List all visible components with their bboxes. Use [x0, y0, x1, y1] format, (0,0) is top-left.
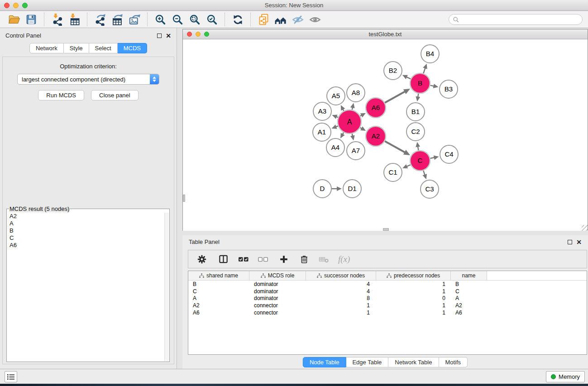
close-panel-icon[interactable]: ✕	[166, 33, 171, 38]
main-titlebar: Session: New Session	[0, 0, 588, 11]
graph-node-D[interactable]: D	[313, 180, 331, 198]
graph-node-B[interactable]: B	[410, 73, 430, 93]
delete-column-button[interactable]	[299, 254, 309, 264]
first-neighbors-button[interactable]	[274, 13, 287, 26]
network-minimize-button[interactable]	[196, 32, 201, 37]
hierarchy-icon	[261, 273, 266, 278]
hide-selected-button[interactable]	[291, 13, 305, 26]
table-row[interactable]: Bdominator 41 B	[188, 281, 587, 288]
import-network-button[interactable]	[50, 13, 64, 26]
tab-network[interactable]: Network	[29, 43, 64, 53]
float-table-panel-icon[interactable]	[568, 240, 572, 244]
graph-node-C1[interactable]: C1	[384, 163, 402, 181]
close-panel-button[interactable]: Close panel	[91, 90, 139, 100]
graph-node-B3[interactable]: B3	[440, 80, 458, 98]
table-row[interactable]: A6connector 11 A6	[188, 309, 587, 316]
tab-select[interactable]: Select	[89, 43, 118, 53]
resize-grip[interactable]	[582, 225, 588, 231]
graph-node-A8[interactable]: A8	[347, 84, 365, 102]
show-column-button[interactable]	[218, 254, 229, 264]
tab-motifs[interactable]: Motifs	[439, 357, 468, 367]
status-bar: Memory	[0, 369, 588, 384]
graph-node-C[interactable]: C	[410, 151, 430, 171]
tab-edge-table[interactable]: Edge Table	[346, 357, 388, 367]
task-history-button[interactable]	[5, 371, 17, 382]
function-builder-button-disabled: f(x)	[338, 254, 350, 264]
result-scrollbar[interactable]	[164, 213, 169, 361]
graph-node-A2[interactable]: A2	[366, 126, 386, 146]
table-settings-button[interactable]	[197, 254, 207, 264]
refresh-icon	[232, 14, 244, 26]
graph-node-B4[interactable]: B4	[421, 45, 439, 63]
tab-style[interactable]: Style	[64, 43, 89, 53]
import-table-button[interactable]	[67, 13, 81, 26]
graph-node-A5[interactable]: A5	[327, 87, 345, 105]
import-table-icon	[68, 14, 81, 26]
graph-node-D1[interactable]: D1	[343, 180, 361, 198]
control-panel: Control Panel ✕ Network Style Select MCD…	[0, 28, 177, 369]
zoom-window-button[interactable]	[22, 3, 28, 8]
import-network-icon	[51, 14, 63, 26]
graph-node-A1[interactable]: A1	[313, 123, 331, 141]
memory-button[interactable]: Memory	[546, 371, 585, 382]
close-window-button[interactable]	[4, 3, 10, 8]
graph-node-A[interactable]: A	[338, 110, 361, 133]
tab-mcds[interactable]: MCDS	[118, 43, 147, 53]
graph-node-C2[interactable]: C2	[406, 123, 425, 141]
open-session-button[interactable]	[7, 13, 21, 26]
create-column-button[interactable]	[279, 254, 289, 264]
optimization-criterion-dropdown[interactable]: largest connected component (directed)	[17, 74, 159, 85]
zoom-fit-button[interactable]	[188, 13, 201, 26]
column-header-predecessor-nodes[interactable]: predecessor nodes	[376, 271, 451, 280]
svg-text:C: C	[418, 157, 423, 164]
network-zoom-button[interactable]	[204, 32, 209, 37]
unchecked-boxes-icon	[258, 254, 268, 265]
save-session-button[interactable]	[24, 13, 38, 26]
column-header-shared-name[interactable]: shared name	[188, 271, 249, 280]
table-row[interactable]: A2connector 11 A2	[188, 302, 587, 309]
graph-edge-B-B4[interactable]	[423, 67, 425, 73]
unselect-all-columns-button[interactable]	[258, 254, 268, 265]
network-canvas[interactable]: B4B2BB3A8A5A6A3B1AA1C2A2A4A7C4CC1C3DD1	[183, 39, 588, 231]
column-header-successor-nodes[interactable]: successor nodes	[306, 271, 376, 280]
column-header-mcds-role[interactable]: MCDS role	[249, 271, 306, 280]
table-row[interactable]: Cdominator 41 C	[188, 288, 587, 295]
graph-edge-A2-C[interactable]	[385, 141, 405, 152]
graph-node-B1[interactable]: B1	[406, 103, 425, 121]
graph-node-C3[interactable]: C3	[421, 180, 439, 198]
mcds-result-box: MCDS result (5 nodes) A2 A B C A6	[6, 205, 170, 362]
column-header-name[interactable]: name	[451, 271, 487, 280]
show-all-button[interactable]	[308, 13, 322, 26]
tab-node-table[interactable]: Node Table	[303, 357, 346, 367]
table-row[interactable]: Adominator 80 A	[188, 295, 587, 302]
graph-node-A7[interactable]: A7	[347, 142, 365, 160]
minimize-window-button[interactable]	[13, 3, 19, 8]
graph-node-B2[interactable]: B2	[384, 62, 402, 80]
graph-node-A6[interactable]: A6	[366, 98, 386, 118]
float-panel-icon[interactable]	[157, 33, 162, 38]
export-network-button[interactable]	[93, 13, 107, 26]
graph-node-A3[interactable]: A3	[313, 102, 331, 120]
close-table-panel-icon[interactable]: ✕	[576, 240, 582, 244]
network-close-button[interactable]	[187, 32, 192, 37]
search-input[interactable]	[462, 16, 578, 23]
zoom-in-button[interactable]	[153, 13, 167, 26]
run-mcds-button[interactable]: Run MCDS	[38, 90, 84, 100]
zoom-out-button[interactable]	[171, 13, 184, 26]
refresh-view-button[interactable]	[231, 13, 244, 26]
search-field[interactable]	[449, 14, 583, 25]
graph-edge-A6-B[interactable]	[385, 91, 405, 103]
select-all-columns-button[interactable]	[238, 254, 249, 265]
graph-node-C4[interactable]: C4	[440, 145, 458, 163]
zoom-selected-button[interactable]	[205, 13, 219, 26]
tab-network-table[interactable]: Network Table	[388, 357, 439, 367]
new-network-from-selection-button[interactable]	[257, 13, 270, 26]
export-image-button[interactable]	[128, 13, 141, 26]
graph-node-A4[interactable]: A4	[326, 138, 344, 157]
export-table-button[interactable]	[110, 13, 124, 26]
table-toolbar: f(x)	[188, 250, 587, 268]
mcds-panel: Optimization criterion: largest connecte…	[2, 57, 174, 364]
horizontal-scroll-thumb[interactable]	[383, 228, 389, 231]
desktop-background-strip	[0, 384, 588, 386]
vertical-scroll-thumb[interactable]	[183, 195, 185, 202]
